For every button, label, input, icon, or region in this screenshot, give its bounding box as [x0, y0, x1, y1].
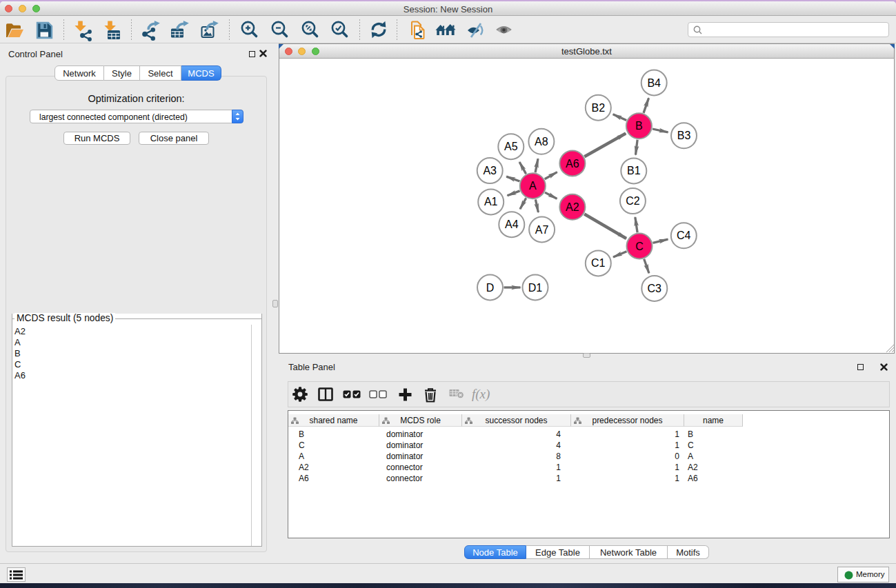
- svg-text:A2: A2: [566, 201, 579, 213]
- svg-text:D1: D1: [528, 282, 543, 294]
- svg-text:B: B: [635, 120, 643, 132]
- svg-text:B3: B3: [677, 130, 691, 141]
- svg-text:D: D: [486, 282, 495, 294]
- svg-text:C4: C4: [677, 230, 691, 241]
- svg-text:A7: A7: [535, 224, 549, 236]
- svg-text:A8: A8: [535, 136, 548, 148]
- svg-text:A3: A3: [483, 165, 497, 176]
- svg-text:A1: A1: [484, 196, 498, 207]
- svg-text:A6: A6: [566, 158, 579, 170]
- svg-text:C3: C3: [648, 283, 662, 294]
- svg-text:C: C: [635, 241, 644, 252]
- svg-text:A4: A4: [505, 219, 519, 230]
- svg-text:C1: C1: [591, 257, 606, 269]
- svg-text:B1: B1: [627, 165, 641, 176]
- svg-text:A: A: [529, 180, 537, 192]
- svg-text:A5: A5: [504, 141, 518, 152]
- svg-text:B2: B2: [592, 102, 606, 114]
- svg-text:C2: C2: [626, 195, 640, 207]
- svg-text:B4: B4: [647, 77, 661, 89]
